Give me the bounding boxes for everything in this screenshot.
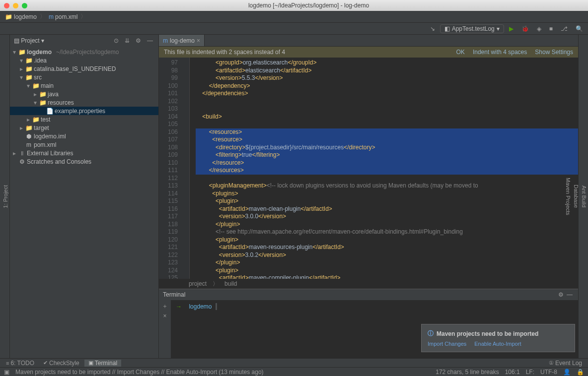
enable-auto-import-link[interactable]: Enable Auto-Import (474, 341, 521, 347)
popup-title: Maven projects need to be imported (437, 330, 538, 337)
left-tool-stripe: 1: Project 7: Structure 2: Favorites (0, 35, 10, 358)
tool-ant[interactable]: Ant Build (580, 182, 588, 211)
scroll-from-source-icon[interactable]: ⊙ (112, 37, 120, 44)
zoom-window[interactable] (22, 3, 27, 8)
banner-text: This file is indented with 2 spaces inst… (164, 49, 285, 56)
junit-icon: ◧ (444, 25, 450, 32)
crumb-file[interactable]: mpom.xml (47, 13, 79, 20)
tree-item[interactable]: ▾📁main (10, 81, 158, 90)
scratches[interactable]: ⚙Scratches and Consoles (10, 157, 158, 166)
tree-item[interactable]: ▾📁.idea (10, 56, 158, 64)
banner-indent[interactable]: Indent with 4 spaces (473, 49, 527, 56)
encoding[interactable]: UTF-8 (540, 369, 557, 376)
tool-structure[interactable]: 7: Structure (0, 179, 1, 215)
build-icon[interactable]: ↘ (427, 24, 438, 33)
tree-item[interactable]: mpom.xml (10, 140, 158, 149)
run-button[interactable]: ▶ (506, 24, 516, 33)
window-title: logdemo [~/IdeaProjects/logdemo] - log-d… (33, 2, 584, 9)
line-gutter[interactable]: 9798991001011021031041051061071081091101… (159, 58, 184, 279)
bottom-tool-tabs: ≡ 6: TODO ✔ CheckStyle ▣ Terminal ① Even… (0, 358, 588, 367)
tree-item[interactable]: ▸📁test (10, 115, 158, 124)
close-session-icon[interactable]: × (163, 313, 166, 319)
event-log-tab[interactable]: ① Event Log (545, 360, 586, 367)
status-hector-icon[interactable]: 👤 (563, 369, 571, 376)
status-message[interactable]: Maven projects need to be imported // Im… (15, 369, 264, 376)
line-sep[interactable]: LF: (526, 369, 534, 376)
minimize-window[interactable] (13, 3, 18, 8)
tool-windows-icon[interactable]: ▣ (4, 369, 9, 376)
maven-import-popup: ⓘMaven projects need to be imported Impo… (421, 324, 575, 352)
external-libraries[interactable]: ▸⫴External Libraries (10, 149, 158, 157)
tree-item[interactable]: ▸📁java (10, 90, 158, 98)
tab-label: log-demo (170, 37, 195, 44)
new-session-icon[interactable]: ＋ (162, 302, 168, 311)
coverage-button[interactable]: ◈ (534, 24, 544, 33)
close-window[interactable] (4, 3, 9, 8)
main-toolbar: ↘ ◧ AppTest.testLog ▾ ▶ 🐞 ◈ ■ ⎇ 🔍 (0, 23, 588, 35)
tree-item[interactable]: ⬢logdemo.iml (10, 132, 158, 140)
gear-icon[interactable]: ⚙ (134, 37, 143, 44)
banner-settings[interactable]: Show Settings (535, 49, 573, 56)
tree-item[interactable]: ▸📁target (10, 124, 158, 132)
todo-tab[interactable]: ≡ 6: TODO (2, 360, 38, 367)
editor-notification: This file is indented with 2 spaces inst… (159, 47, 578, 58)
debug-button[interactable]: 🐞 (518, 24, 532, 33)
project-panel-header: ▤ Project ▾ ⊙ ⇊ ⚙ — (10, 35, 158, 47)
editor-tabs: m log-demo × (159, 35, 578, 47)
tool-project[interactable]: 1: Project (1, 181, 9, 212)
project-view-selector[interactable]: ▤ Project ▾ (14, 37, 44, 44)
crumb-project[interactable]: 📁logdemo (3, 13, 39, 20)
fold-gutter[interactable] (184, 58, 190, 279)
editor-tab[interactable]: m log-demo × (159, 35, 205, 46)
tree-item[interactable]: ▾📁resources (10, 98, 158, 107)
terminal-title: Terminal (163, 291, 185, 298)
terminal-hide-icon[interactable]: — (565, 291, 574, 298)
search-icon[interactable]: 🔍 (573, 24, 586, 33)
crumb-project-tag[interactable]: project (189, 280, 207, 287)
code-area[interactable]: 9798991001011021031041051061071081091101… (159, 58, 578, 279)
hide-icon[interactable]: — (146, 37, 154, 44)
terminal-gear-icon[interactable]: ⚙ (557, 291, 565, 298)
project-tree[interactable]: ▾📁 logdemo ~/IdeaProjects/logdemo ▾📁.ide… (10, 47, 158, 358)
tree-item[interactable]: ▾📁src (10, 73, 158, 81)
import-changes-link[interactable]: Import Changes (428, 341, 466, 347)
crumb-build-tag[interactable]: build (224, 280, 237, 287)
caret-position[interactable]: 106:1 (505, 369, 520, 376)
selection-info: 172 chars, 5 line breaks (436, 369, 499, 376)
terminal-tab[interactable]: ▣ Terminal (84, 360, 121, 367)
banner-ok[interactable]: OK (456, 49, 465, 56)
run-config-label: AppTest.testLog (452, 25, 495, 32)
structure-breadcrumb[interactable]: project 〉 build (159, 279, 578, 289)
tree-item[interactable]: 📄example.properties (10, 107, 158, 115)
project-tool-window: ▤ Project ▾ ⊙ ⇊ ⚙ — ▾📁 logdemo ~/IdeaPro… (10, 35, 159, 358)
titlebar: logdemo [~/IdeaProjects/logdemo] - log-d… (0, 0, 588, 11)
tree-item[interactable]: ▸📁catalina.base_IS_UNDEFINED (10, 64, 158, 73)
collapse-all-icon[interactable]: ⇊ (123, 37, 131, 44)
status-lock-icon[interactable]: 🔒 (577, 369, 584, 376)
run-configuration[interactable]: ◧ AppTest.testLog ▾ (440, 24, 504, 33)
maven-icon: m (163, 37, 168, 44)
chevron-down-icon: ▾ (497, 25, 500, 32)
navigation-bar: 📁logdemo 〉 mpom.xml 〉 (0, 11, 588, 23)
vcs-icon[interactable]: ⎇ (558, 24, 571, 33)
editor: m log-demo × This file is indented with … (159, 35, 578, 358)
tree-root[interactable]: ▾📁 logdemo ~/IdeaProjects/logdemo (10, 48, 158, 56)
window-controls (4, 3, 27, 8)
checkstyle-tab[interactable]: ✔ CheckStyle (39, 360, 83, 367)
status-bar: ▣ Maven projects need to be imported // … (0, 367, 588, 376)
close-tab-icon[interactable]: × (197, 37, 200, 44)
right-tool-stripe: Ant Build Database Maven Projects (578, 35, 588, 358)
stop-button[interactable]: ■ (546, 24, 556, 33)
code-text[interactable]: <groupId>org.elasticsearch</groupId> <ar… (190, 58, 578, 279)
info-icon: ⓘ (428, 329, 434, 338)
